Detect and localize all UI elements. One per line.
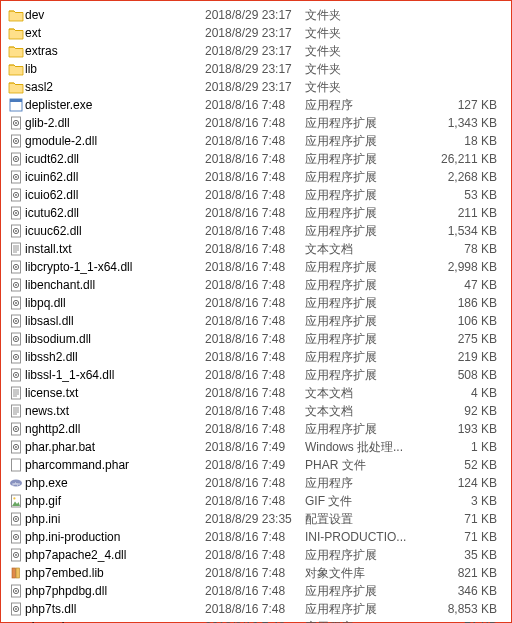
file-row[interactable]: php.ini2018/8/29 23:35配置设置71 KB — [7, 510, 505, 528]
folder-icon — [7, 79, 25, 95]
file-name: libsodium.dll — [25, 330, 205, 348]
file-row[interactable]: news.txt2018/8/16 7:48文本文档92 KB — [7, 402, 505, 420]
file-size: 211 KB — [419, 204, 505, 222]
file-row[interactable]: icuio62.dll2018/8/16 7:48应用程序扩展53 KB — [7, 186, 505, 204]
svg-point-45 — [15, 356, 17, 358]
file-row[interactable]: extras2018/8/29 23:17文件夹 — [7, 42, 505, 60]
file-name: icutu62.dll — [25, 204, 205, 222]
file-date: 2018/8/16 7:48 — [205, 276, 305, 294]
file-size: 92 KB — [419, 402, 505, 420]
file-date: 2018/8/29 23:35 — [205, 510, 305, 528]
file-name: php.ini-production — [25, 528, 205, 546]
file-size: 71 KB — [419, 618, 505, 623]
file-row[interactable]: icudt62.dll2018/8/16 7:48应用程序扩展26,211 KB — [7, 150, 505, 168]
file-type: 应用程序 — [305, 474, 419, 492]
file-row[interactable]: dev2018/8/29 23:17文件夹 — [7, 6, 505, 24]
dll-icon — [7, 583, 25, 599]
file-row[interactable]: php.gif2018/8/16 7:48GIF 文件3 KB — [7, 492, 505, 510]
file-row[interactable]: sasl22018/8/29 23:17文件夹 — [7, 78, 505, 96]
file-size: 821 KB — [419, 564, 505, 582]
file-name: lib — [25, 60, 205, 78]
svg-point-36 — [15, 302, 17, 304]
file-type: 配置设置 — [305, 510, 419, 528]
file-name: php-cgi.exe — [25, 618, 205, 623]
file-list[interactable]: dev2018/8/29 23:17文件夹ext2018/8/29 23:17文… — [7, 6, 505, 623]
file-row[interactable]: phpphp-cgi.exe2018/8/16 7:48应用程序71 KB — [7, 618, 505, 623]
file-type: 应用程序扩展 — [305, 222, 419, 240]
svg-point-42 — [15, 338, 17, 340]
file-size: 193 KB — [419, 420, 505, 438]
file-date: 2018/8/16 7:48 — [205, 96, 305, 114]
file-row[interactable]: libsasl.dll2018/8/16 7:48应用程序扩展106 KB — [7, 312, 505, 330]
file-date: 2018/8/16 7:48 — [205, 150, 305, 168]
file-row[interactable]: phar.phar.bat2018/8/16 7:49Windows 批处理..… — [7, 438, 505, 456]
file-name: libpq.dll — [25, 294, 205, 312]
file-row[interactable]: libcrypto-1_1-x64.dll2018/8/16 7:48应用程序扩… — [7, 258, 505, 276]
file-size: 1,534 KB — [419, 222, 505, 240]
exe-icon — [7, 97, 25, 113]
file-name: libssh2.dll — [25, 348, 205, 366]
svg-point-13 — [15, 176, 17, 178]
file-date: 2018/8/16 7:48 — [205, 330, 305, 348]
file-row[interactable]: icuuc62.dll2018/8/16 7:48应用程序扩展1,534 KB — [7, 222, 505, 240]
file-row[interactable]: pharcommand.phar2018/8/16 7:49PHAR 文件52 … — [7, 456, 505, 474]
file-date: 2018/8/16 7:48 — [205, 600, 305, 618]
php-icon: php — [7, 475, 25, 491]
file-type: Windows 批处理... — [305, 438, 419, 456]
file-size: 124 KB — [419, 474, 505, 492]
file-type: 文本文档 — [305, 384, 419, 402]
file-size: 346 KB — [419, 582, 505, 600]
file-name: icudt62.dll — [25, 150, 205, 168]
file-row[interactable]: php.ini-production2018/8/16 7:48INI-PROD… — [7, 528, 505, 546]
file-row[interactable]: libsodium.dll2018/8/16 7:48应用程序扩展275 KB — [7, 330, 505, 348]
folder-icon — [7, 25, 25, 41]
file-row[interactable]: deplister.exe2018/8/16 7:48应用程序127 KB — [7, 96, 505, 114]
file-size: 2,268 KB — [419, 168, 505, 186]
file-name: install.txt — [25, 240, 205, 258]
file-size: 26,211 KB — [419, 150, 505, 168]
file-row[interactable]: php7ts.dll2018/8/16 7:48应用程序扩展8,853 KB — [7, 600, 505, 618]
file-row[interactable]: php7phpdbg.dll2018/8/16 7:48应用程序扩展346 KB — [7, 582, 505, 600]
file-row[interactable]: gmodule-2.dll2018/8/16 7:48应用程序扩展18 KB — [7, 132, 505, 150]
file-row[interactable]: icutu62.dll2018/8/16 7:48应用程序扩展211 KB — [7, 204, 505, 222]
file-row[interactable]: nghttp2.dll2018/8/16 7:48应用程序扩展193 KB — [7, 420, 505, 438]
file-name: php7apache2_4.dll — [25, 546, 205, 564]
php-icon: php — [7, 619, 25, 623]
svg-point-83 — [15, 590, 17, 592]
file-size: 3 KB — [419, 492, 505, 510]
file-row[interactable]: ext2018/8/29 23:17文件夹 — [7, 24, 505, 42]
file-size: 106 KB — [419, 312, 505, 330]
file-row[interactable]: lib2018/8/29 23:17文件夹 — [7, 60, 505, 78]
file-row[interactable]: license.txt2018/8/16 7:48文本文档4 KB — [7, 384, 505, 402]
file-date: 2018/8/16 7:48 — [205, 294, 305, 312]
svg-point-30 — [15, 266, 17, 268]
file-row[interactable]: phpphp.exe2018/8/16 7:48应用程序124 KB — [7, 474, 505, 492]
folder-icon — [7, 43, 25, 59]
file-row[interactable]: install.txt2018/8/16 7:48文本文档78 KB — [7, 240, 505, 258]
file-size: 1,343 KB — [419, 114, 505, 132]
file-row[interactable]: libssh2.dll2018/8/16 7:48应用程序扩展219 KB — [7, 348, 505, 366]
file-size: 52 KB — [419, 456, 505, 474]
svg-rect-79 — [12, 568, 16, 578]
file-row[interactable]: php7embed.lib2018/8/16 7:48对象文件库821 KB — [7, 564, 505, 582]
file-row[interactable]: libssl-1_1-x64.dll2018/8/16 7:48应用程序扩展50… — [7, 366, 505, 384]
file-date: 2018/8/29 23:17 — [205, 6, 305, 24]
svg-rect-80 — [16, 568, 20, 578]
file-size: 71 KB — [419, 510, 505, 528]
svg-point-61 — [15, 428, 17, 430]
file-row[interactable]: glib-2.dll2018/8/16 7:48应用程序扩展1,343 KB — [7, 114, 505, 132]
file-size: 1 KB — [419, 438, 505, 456]
file-type: 应用程序扩展 — [305, 258, 419, 276]
file-explorer-window: dev2018/8/29 23:17文件夹ext2018/8/29 23:17文… — [0, 0, 512, 623]
file-row[interactable]: php7apache2_4.dll2018/8/16 7:48应用程序扩展35 … — [7, 546, 505, 564]
file-size: 508 KB — [419, 366, 505, 384]
file-type: 文件夹 — [305, 78, 419, 96]
dll-icon — [7, 349, 25, 365]
svg-point-16 — [15, 194, 17, 196]
file-date: 2018/8/16 7:48 — [205, 420, 305, 438]
file-row[interactable]: libenchant.dll2018/8/16 7:48应用程序扩展47 KB — [7, 276, 505, 294]
file-row[interactable]: icuin62.dll2018/8/16 7:48应用程序扩展2,268 KB — [7, 168, 505, 186]
file-row[interactable]: libpq.dll2018/8/16 7:48应用程序扩展186 KB — [7, 294, 505, 312]
svg-point-4 — [15, 122, 17, 124]
file-name: deplister.exe — [25, 96, 205, 114]
